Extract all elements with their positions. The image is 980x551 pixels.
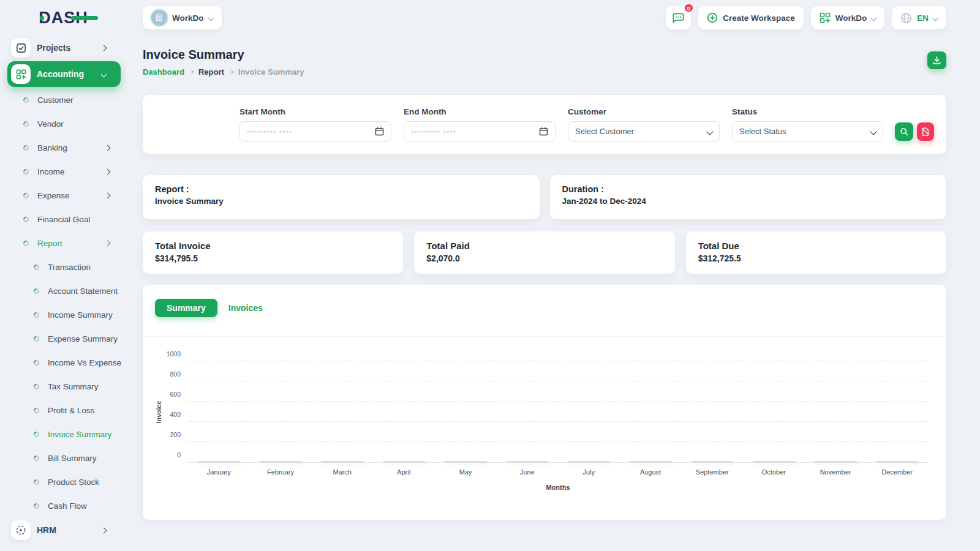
sidebar-item-account-statement[interactable]: Account Statement (0, 279, 127, 303)
main-area: WorkDo 0 (127, 0, 980, 551)
sidebar-item-label: Projects (37, 43, 102, 53)
sidebar-item-vendor[interactable]: Vendor (0, 112, 127, 136)
sidebar-item-label: Report (37, 239, 105, 248)
sidebar-item-expense-summary[interactable]: Expense Summary (0, 327, 127, 351)
x-tick-label: February (250, 468, 312, 476)
workspace-switcher[interactable]: WorkDo (143, 6, 222, 29)
grid-plus-icon (820, 12, 831, 23)
sidebar-item-label: Expense (37, 191, 105, 200)
start-month-input[interactable]: --------- ---- (239, 121, 391, 142)
create-workspace-button[interactable]: Create Workspace (698, 6, 804, 29)
plus-circle-icon (707, 12, 718, 23)
messages-button[interactable]: 0 (666, 6, 691, 29)
apply-filter-button[interactable] (895, 122, 913, 141)
end-month-label: End Month (404, 107, 556, 116)
sidebar-item-financial-goal[interactable]: Financial Goal (0, 208, 127, 231)
sidebar-item-label: Transaction (48, 263, 127, 272)
customer-select[interactable]: Select Customer (568, 121, 720, 142)
bullet-icon (22, 216, 30, 223)
customer-selected-value: Select Customer (575, 127, 634, 136)
end-month-input[interactable]: --------- ---- (404, 121, 556, 142)
bullet-icon (22, 239, 30, 247)
bar-september (691, 462, 733, 462)
chart-card: Summary Invoices Invoice 020040060080010… (143, 285, 946, 520)
sidebar-item-invoice-summary[interactable]: Invoice Summary (0, 422, 127, 446)
bar-january (198, 462, 240, 462)
y-tick-label: 400 (170, 411, 181, 418)
bullet-icon (22, 168, 30, 176)
building-icon (155, 13, 164, 22)
bar-february (259, 462, 301, 462)
end-month-placeholder: --------- ---- (411, 127, 456, 136)
sidebar-item-transaction[interactable]: Transaction (0, 255, 127, 279)
breadcrumb-current: Invoice Summary (238, 67, 304, 77)
sidebar-item-label: Customer (37, 96, 127, 105)
workspace-label: WorkDo (172, 13, 204, 23)
download-report-button[interactable] (927, 51, 946, 69)
language-selector[interactable]: EN (892, 6, 946, 29)
bullet-icon (32, 454, 40, 462)
language-code: EN (917, 13, 929, 23)
bar-june (506, 462, 548, 462)
brand-logo[interactable]: DASH (0, 0, 127, 36)
report-info-card: Report : Invoice Summary (143, 175, 540, 219)
sidebar-item-product-stock[interactable]: Product Stock (0, 470, 127, 494)
total-due-label: Total Due (698, 241, 934, 251)
sidebar-item-label: Expense Summary (48, 334, 127, 343)
sidebar-item-income-summary[interactable]: Income Summary (0, 303, 127, 327)
messages-badge: 0 (684, 3, 694, 13)
sidebar-item-cash-flow[interactable]: Cash Flow (0, 494, 127, 518)
total-paid-value: $2,070.0 (426, 253, 662, 263)
bullet-icon (32, 335, 40, 343)
sidebar-item-projects[interactable]: Projects (7, 36, 121, 60)
sidebar-item-hrm[interactable]: HRM (7, 518, 121, 542)
sidebar-item-banking[interactable]: Banking (0, 136, 127, 160)
bullet-icon (22, 96, 30, 104)
x-tick-label: November (805, 468, 867, 476)
sidebar: DASH ProjectsAccountingCustomerVendorBan… (0, 0, 127, 551)
sidebar-item-income[interactable]: Income (0, 160, 127, 184)
filter-card: Start Month --------- ---- End Month (143, 95, 946, 154)
topbar: WorkDo 0 (127, 0, 980, 36)
bullet-icon (22, 120, 30, 128)
status-select[interactable]: Select Status (732, 121, 883, 142)
breadcrumb-report[interactable]: Report (198, 67, 224, 77)
bullet-icon (32, 430, 40, 438)
sidebar-item-profit-loss[interactable]: Profit & Loss (0, 399, 127, 422)
sidebar-item-income-vs-expense[interactable]: Income Vs Expense (0, 351, 127, 375)
workspace-avatar (151, 10, 167, 26)
bar-july (568, 462, 610, 462)
sidebar-item-report[interactable]: Report (0, 231, 127, 255)
total-due-value: $312,725.5 (698, 253, 934, 263)
breadcrumb-dashboard[interactable]: Dashboard (143, 67, 184, 77)
x-tick-label: March (311, 468, 373, 476)
total-invoice-value: $314,795.5 (155, 253, 391, 263)
y-tick-label: 1000 (167, 350, 181, 358)
sidebar-item-bill-summary[interactable]: Bill Summary (0, 446, 127, 470)
globe-icon (900, 12, 912, 24)
reset-filter-button[interactable] (917, 122, 934, 141)
grid-plus-icon (11, 64, 31, 84)
page-title: Invoice Summary (143, 48, 304, 62)
sidebar-item-label: HRM (37, 525, 102, 535)
app-menu-label: WorkDo (835, 13, 867, 23)
y-axis-title: Invoice (154, 361, 164, 463)
bars-container (188, 361, 928, 462)
sidebar-item-label: Bill Summary (48, 454, 127, 463)
app-menu-button[interactable]: WorkDo (811, 6, 885, 29)
duration-label: Duration : (562, 184, 935, 194)
tab-invoices[interactable]: Invoices (226, 299, 265, 317)
total-paid-label: Total Paid (426, 241, 662, 251)
x-axis-title: Months (188, 484, 928, 491)
sidebar-item-label: Income Vs Expense (48, 358, 127, 367)
sidebar-item-label: Income Summary (48, 310, 127, 320)
sidebar-item-customer[interactable]: Customer (0, 88, 127, 112)
bullet-icon (22, 144, 30, 152)
sidebar-item-label: Product Stock (48, 478, 127, 487)
bar-august (629, 462, 671, 462)
sidebar-item-tax-summary[interactable]: Tax Summary (0, 375, 127, 399)
sidebar-item-expense[interactable]: Expense (0, 184, 127, 208)
sidebar-item-accounting[interactable]: Accounting (7, 61, 121, 87)
bullet-icon (32, 311, 40, 319)
tab-summary[interactable]: Summary (155, 299, 217, 317)
